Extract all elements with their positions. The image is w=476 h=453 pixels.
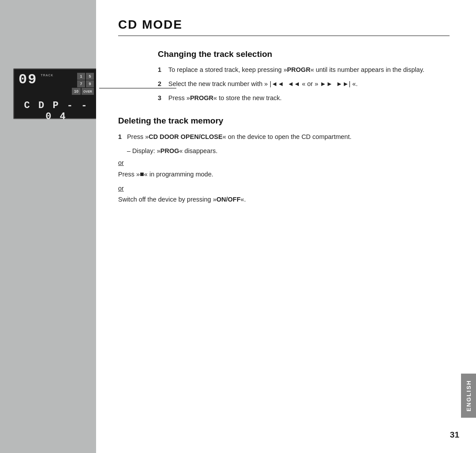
or-text-1: or <box>118 159 124 166</box>
section-changing-track: Changing the track selection 1 To replac… <box>158 49 450 103</box>
section-heading-deleting: Deleting the track memory <box>118 116 450 126</box>
cd-indicator-10: 10 <box>72 88 81 95</box>
cd-door-key: CD DOOR OPEN/CLOSE <box>149 133 223 140</box>
page-number: 31 <box>450 430 459 440</box>
step-list-changing: 1 To replace a stored track, keep pressi… <box>158 65 450 103</box>
english-tab: ENGLISH <box>461 374 476 418</box>
step-text-del-1: Press »CD DOOR OPEN/CLOSE« on the device… <box>127 133 351 140</box>
prog-display-key: PROG <box>160 147 179 154</box>
progr-key-2: PROGR <box>190 94 213 101</box>
cd-indicator-5: 5 <box>86 73 94 80</box>
cd-indicator-9: 9 <box>86 80 94 87</box>
step-text-3: Press »PROGR« to store the new track. <box>168 94 450 103</box>
display-note: – Display: »PROG« disappears. <box>118 147 450 154</box>
or-line-2-wrapper: or <box>118 184 450 192</box>
stop-key: ■ <box>140 170 144 178</box>
step-num-2: 2 <box>158 79 165 89</box>
main-content: CD MODE Changing the track selection 1 T… <box>96 0 476 453</box>
on-off-key: ON/OFF <box>216 196 241 203</box>
cd-indicator-7: 7 <box>77 80 85 87</box>
cd-bottom-display: C D P - - 0 4 <box>19 100 94 122</box>
step-text-2: Select the new track number with » |◄◄ ◄… <box>168 79 450 89</box>
deleting-step-1: 1 Press »CD DOOR OPEN/CLOSE« on the devi… <box>118 132 450 142</box>
step-block-deleting: 1 Press »CD DOOR OPEN/CLOSE« on the devi… <box>118 132 450 204</box>
cd-track-label: TRACK <box>41 74 53 77</box>
or-text-2: or <box>118 185 124 192</box>
step-3-changing: 3 Press »PROGR« to store the new track. <box>158 94 450 103</box>
cd-indicator-over: OVER <box>82 88 94 95</box>
step-num-3: 3 <box>158 94 165 103</box>
step-num-1: 1 <box>158 65 165 75</box>
step-text-1: To replace a stored track, keep pressing… <box>168 65 450 75</box>
cd-display-illustration: 09 TRACK 1 5 7 9 10 OVER C D P - - 0 4 <box>13 68 99 119</box>
step-num-del-1: 1 <box>118 133 125 140</box>
switch-off-item: Switch off the device by pressing »ON/OF… <box>118 195 450 204</box>
or-line-1-wrapper: or <box>118 159 450 166</box>
press-stop-item: Press »■« in programming mode. <box>118 169 450 180</box>
step-2-changing: 2 Select the new track number with » |◄◄… <box>158 79 450 89</box>
step-1-changing: 1 To replace a stored track, keep pressi… <box>158 65 450 75</box>
cd-indicator-1: 1 <box>77 73 85 80</box>
progr-key-1: PROGR <box>287 66 310 73</box>
section-heading-changing: Changing the track selection <box>158 49 450 59</box>
cd-track-number: 09 <box>19 73 37 87</box>
page-title: CD MODE <box>118 18 450 36</box>
english-tab-text: ENGLISH <box>465 380 472 412</box>
section-deleting-track: Deleting the track memory 1 Press »CD DO… <box>118 116 450 204</box>
